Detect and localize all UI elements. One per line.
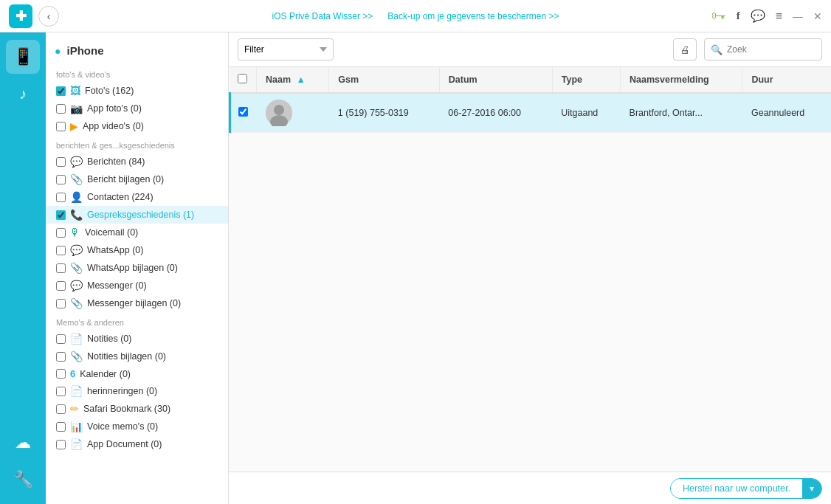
minimize-button[interactable]: — [793,10,803,22]
th-type[interactable]: Type [552,67,620,93]
app-fotos-icon: 📷 [70,103,83,114]
tree-item-fotos[interactable]: 🖼 Foto's (162) [46,82,228,100]
tree-item-voice-memos[interactable]: 📊 Voice memo's (0) [46,418,228,435]
gespreks-checkbox[interactable] [56,210,66,220]
td-gsm: 1 (519) 755-0319 [329,93,439,133]
kalender-label: Kalender (0) [80,369,131,379]
app-fotos-checkbox[interactable] [56,104,66,114]
safari-checkbox[interactable] [56,404,66,414]
notities-icon: 📄 [70,333,83,345]
restore-button[interactable]: Herstel naar uw computer. ▾ [670,478,822,499]
table-wrapper: Naam ▲ Gsm Datum Type Naamsvermelding Du… [229,67,831,472]
fotos-icon: 🖼 [70,85,80,97]
notities-bijlagen-label: Notities bijlagen (0) [87,351,166,362]
device-header: ● iPhone [46,40,228,64]
bericht-bijlagen-label: Bericht bijlagen (0) [87,174,164,184]
whatsapp-bijlagen-checkbox[interactable] [56,263,66,273]
safari-icon: ✏ [70,403,79,415]
tree-item-voicemail[interactable]: 🎙 Voicemail (0) [46,224,228,241]
th-naam[interactable]: Naam ▲ [257,67,329,93]
restore-btn-main[interactable]: Herstel naar uw computer. [671,479,802,498]
row-checkbox[interactable] [238,107,248,117]
title-bar-left: ✚ ‹ [9,4,59,28]
contacten-icon: 👤 [70,191,83,203]
section-label-messages: berichten & ges...ksgeschiedenis [46,135,228,153]
filter-select[interactable]: Filter Alle Uitgaand Inkomend Gemist [238,38,334,61]
voice-memos-checkbox[interactable] [56,422,66,432]
title-bar-center: iOS Privé Data Wisser >> Back-up om je g… [272,11,559,21]
th-check [230,67,257,93]
phone-icon: 📱 [13,47,33,66]
tree-item-app-fotos[interactable]: 📷 App foto's (0) [46,100,228,117]
tree-item-bericht-bijlagen[interactable]: 📎 Bericht bijlagen (0) [46,170,228,188]
tree-item-notities-bijlagen[interactable]: 📎 Notities bijlagen (0) [46,348,228,365]
menu-icon[interactable]: ≡ [776,10,782,23]
berichten-icon: 💬 [70,156,83,168]
tree-item-whatsapp[interactable]: 💬 WhatsApp (0) [46,241,228,259]
sort-arrow-icon: ▲ [297,75,306,85]
herinneringen-icon: 📄 [70,385,83,397]
facebook-icon[interactable]: f [737,10,740,22]
messenger-checkbox[interactable] [56,281,66,291]
backup-link[interactable]: Back-up om je gegevens te beschermen >> [387,11,559,21]
messenger-bijlagen-checkbox[interactable] [56,299,66,308]
th-naamsvermelding[interactable]: Naamsvermelding [621,67,742,93]
tree-item-contacten[interactable]: 👤 Contacten (224) [46,188,228,206]
app-document-icon: 📄 [70,438,83,450]
search-box: 🔍 [704,38,822,61]
avatar [266,100,292,126]
fotos-checkbox[interactable] [56,86,66,96]
back-button[interactable]: ‹ [38,6,59,27]
notities-checkbox[interactable] [56,334,66,344]
print-button[interactable]: 🖨 [673,38,697,61]
print-icon: 🖨 [680,44,690,55]
tree-item-messenger-bijlagen[interactable]: 📎 Messenger bijlagen (0) [46,294,228,312]
whatsapp-checkbox[interactable] [56,246,66,255]
bericht-bijlagen-checkbox[interactable] [56,175,66,184]
tree-item-safari-bookmark[interactable]: ✏ Safari Bookmark (30) [46,400,228,418]
tree-item-app-document[interactable]: 📄 App Document (0) [46,435,228,453]
whatsapp-bijlagen-label: WhatsApp bijlagen (0) [87,263,178,273]
tree-item-gespreksgeschiedenis[interactable]: 📞 Gespreksgeschiedenis (1) [46,206,228,224]
kalender-checkbox[interactable] [56,369,66,379]
th-gsm[interactable]: Gsm [329,67,439,93]
tree-item-notities[interactable]: 📄 Notities (0) [46,330,228,348]
select-all-checkbox[interactable] [238,74,247,83]
tree-item-berichten[interactable]: 💬 Berichten (84) [46,153,228,170]
tree-item-app-videos[interactable]: ▶ App video's (0) [46,117,228,135]
voice-memos-icon: 📊 [70,421,83,432]
chat-icon[interactable]: 💬 [751,9,765,23]
tree-item-herinneringen[interactable]: 📄 herinneringen (0) [46,382,228,400]
fotos-label: Foto's (162) [85,86,134,96]
notities-bijlagen-checkbox[interactable] [56,352,66,362]
sidebar-item-phone[interactable]: 📱 [6,40,40,74]
whatsapp-bijlagen-icon: 📎 [70,262,83,274]
sidebar-item-music[interactable]: ♪ [6,77,40,111]
tree-item-kalender[interactable]: 6 Kalender (0) [46,365,228,382]
close-button[interactable]: ✕ [813,10,822,22]
th-datum[interactable]: Datum [439,67,552,93]
berichten-checkbox[interactable] [56,157,66,167]
gespreks-label: Gespreksgeschiedenis (1) [87,210,194,220]
app-videos-checkbox[interactable] [56,122,66,131]
herinneringen-checkbox[interactable] [56,387,66,396]
voicemail-checkbox[interactable] [56,228,66,238]
calls-table: Naam ▲ Gsm Datum Type Naamsvermelding Du… [229,67,831,133]
sidebar-item-tools[interactable]: 🔧 [6,463,40,497]
sidebar-item-cloud[interactable]: ☁ [6,426,40,460]
ios-data-wipe-link[interactable]: iOS Privé Data Wisser >> [272,11,373,21]
voicemail-icon: 🎙 [70,227,80,238]
app-logo: ✚ [9,4,32,28]
contacten-checkbox[interactable] [56,193,66,202]
tree-item-whatsapp-bijlagen[interactable]: 📎 WhatsApp bijlagen (0) [46,259,228,277]
app-document-checkbox[interactable] [56,440,66,449]
voicemail-label: Voicemail (0) [85,227,138,238]
restore-btn-arrow[interactable]: ▾ [802,479,821,498]
td-check [230,93,257,133]
tree-item-messenger[interactable]: 💬 Messenger (0) [46,277,228,294]
th-duur[interactable]: Duur [742,67,831,93]
search-input[interactable] [727,44,816,55]
main-layout: 📱 ♪ ☁ 🔧 ● iPhone foto's & video's 🖼 Foto… [0,32,831,504]
table-row[interactable]: 1 (519) 755-0319 06-27-2016 06:00 Uitgaa… [230,93,832,133]
device-dot-icon: ● [55,45,61,57]
